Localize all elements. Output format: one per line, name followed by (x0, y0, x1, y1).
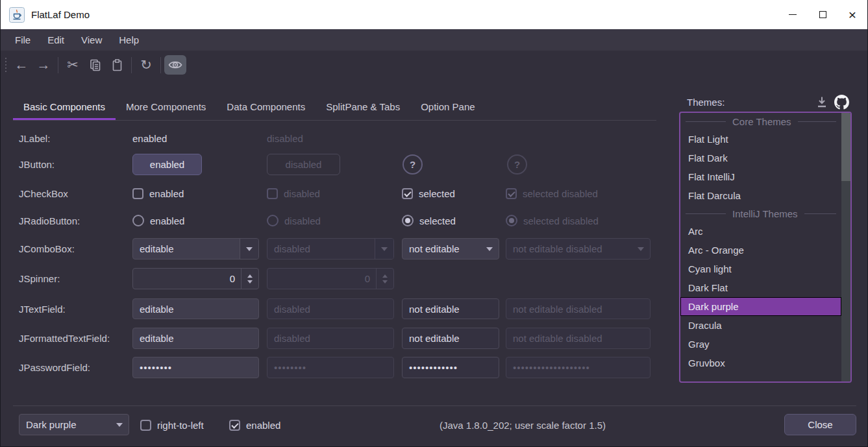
java-icon (9, 7, 25, 23)
refresh-button[interactable]: ↻ (135, 55, 157, 75)
download-icon (815, 95, 828, 108)
back-button[interactable]: ← (10, 55, 32, 75)
paste-button[interactable] (106, 55, 128, 75)
scrollbar-thumb[interactable] (841, 113, 850, 181)
radio-enabled[interactable]: enabled (132, 214, 259, 227)
themes-header: Themes: (679, 94, 852, 110)
menu-bar: File Edit View Help (1, 29, 867, 51)
theme-item-arc[interactable]: Arc (680, 222, 841, 241)
spinner-value[interactable]: 0 (133, 273, 241, 284)
theme-item-flat-intellij[interactable]: Flat IntelliJ (680, 167, 841, 186)
tab-basic-components[interactable]: Basic Components (13, 93, 116, 120)
show-hidden-toggle-button[interactable] (164, 55, 186, 75)
jlabel-disabled: disabled (267, 130, 394, 147)
help-button[interactable]: ? (403, 154, 423, 175)
checkbox-checked-icon (506, 188, 517, 199)
combobox-arrow-button[interactable] (110, 415, 129, 435)
checkbox-selected-disabled: selected disabled (506, 187, 651, 200)
maximize-button[interactable] (808, 0, 837, 29)
theme-item-gray[interactable]: Gray (680, 335, 841, 354)
spinner-down-icon (247, 280, 253, 284)
row-label: JButton: (19, 154, 55, 175)
close-window-button[interactable]: × (837, 0, 867, 29)
github-link-button[interactable] (834, 94, 849, 110)
combobox-arrow-button (375, 239, 393, 259)
spinner-buttons (376, 269, 393, 289)
checkbox-selected[interactable]: selected (402, 187, 499, 200)
radio-selected[interactable]: selected (402, 214, 499, 227)
download-theme-button[interactable] (814, 94, 830, 110)
menu-edit[interactable]: Edit (39, 29, 73, 51)
window-title: FlatLaf Demo (31, 9, 90, 20)
combobox-not-editable[interactable]: not editable (402, 238, 499, 260)
github-icon (834, 95, 849, 110)
minimize-button[interactable] (778, 0, 808, 29)
checkbox-checked-icon (402, 188, 413, 199)
passwordfield-not-editable-disabled: ••••••••••••••••••• (506, 357, 651, 378)
spinner-value: 0 (267, 273, 376, 284)
checkbox-disabled: disabled (267, 187, 394, 200)
themes-list[interactable]: Core Themes Flat Light Flat Dark Flat In… (679, 112, 852, 383)
themes-scrollbar[interactable] (841, 113, 850, 381)
checkbox-enabled[interactable]: enabled (132, 187, 259, 200)
jradiobutton-row: JRadioButton: enabled disabled selected … (1, 214, 669, 227)
chevron-down-icon (381, 247, 388, 251)
menu-file[interactable]: File (6, 29, 39, 51)
textfield-not-editable: not editable (402, 298, 499, 319)
spinner-up-icon (247, 274, 253, 278)
menu-view[interactable]: View (73, 29, 110, 51)
combobox-disabled: disabled (267, 238, 394, 260)
minimize-icon (789, 14, 797, 15)
enabled-checkbox[interactable]: enabled (229, 409, 280, 441)
theme-item-flat-light[interactable]: Flat Light (680, 130, 841, 149)
tab-data-components[interactable]: Data Components (216, 93, 316, 120)
forward-button[interactable]: → (32, 55, 55, 75)
maximize-icon (819, 11, 826, 18)
jcheckbox-row: JCheckBox enabled disabled selected sele… (1, 187, 669, 200)
formattedfield-disabled: disabled (267, 328, 394, 349)
theme-item-arc-orange[interactable]: Arc - Orange (680, 241, 841, 260)
row-label: JFormattedTextField: (19, 328, 110, 349)
radio-icon (132, 215, 144, 226)
formattedfield-not-editable-disabled: not editable disabled (506, 328, 651, 349)
radio-selected-icon (402, 215, 414, 226)
toolbar-grip[interactable] (5, 58, 6, 72)
theme-item-dark-purple[interactable]: Dark purple (680, 297, 841, 316)
theme-item-flat-dark[interactable]: Flat Dark (680, 149, 841, 167)
theme-select-combobox[interactable]: Dark purple (19, 414, 129, 435)
disabled-button: disabled (267, 154, 340, 175)
close-icon: × (849, 7, 856, 23)
combobox-arrow-button (631, 239, 650, 259)
clipboard-icon (111, 59, 123, 71)
copy-button[interactable] (84, 55, 106, 75)
theme-item-gruvbox[interactable]: Gruvbox (680, 354, 841, 372)
combobox-not-editable-disabled: not editable disabled (506, 238, 651, 260)
theme-item-dracula[interactable]: Dracula (680, 316, 841, 335)
cut-button[interactable]: ✂ (62, 55, 84, 75)
passwordfield-editable[interactable]: •••••••• (132, 357, 259, 378)
combobox-arrow-button[interactable] (480, 239, 499, 259)
radio-selected-disabled: selected disabled (506, 214, 651, 227)
textfield-editable[interactable]: editable (132, 298, 259, 319)
combobox-editable[interactable]: editable (132, 238, 259, 260)
theme-item-flat-darcula[interactable]: Flat Darcula (680, 186, 841, 205)
theme-item-dark-flat[interactable]: Dark Flat (680, 278, 841, 297)
formattedfield-not-editable: not editable (402, 328, 499, 349)
tab-splitpane-tabs[interactable]: SplitPane & Tabs (316, 93, 410, 120)
checkbox-icon (140, 420, 151, 431)
combobox-arrow-button[interactable] (240, 239, 258, 259)
close-button[interactable]: Close (784, 414, 856, 435)
theme-item-cyan-light[interactable]: Cyan light (680, 260, 841, 278)
spinner-buttons[interactable] (241, 269, 258, 289)
checkbox-icon (267, 188, 278, 199)
right-to-left-checkbox[interactable]: right-to-left (140, 409, 204, 441)
enabled-button[interactable]: enabled (132, 154, 202, 175)
tab-more-components[interactable]: More Components (116, 93, 216, 120)
menu-help[interactable]: Help (110, 29, 147, 51)
tab-option-pane[interactable]: Option Pane (410, 93, 485, 120)
formattedfield-editable[interactable]: editable (132, 328, 259, 349)
spinner-enabled[interactable]: 0 (132, 268, 259, 289)
toolbar-separator (131, 57, 132, 73)
row-label: JCheckBox (19, 187, 68, 200)
jbutton-row: JButton: enabled disabled ? ? (1, 154, 669, 175)
